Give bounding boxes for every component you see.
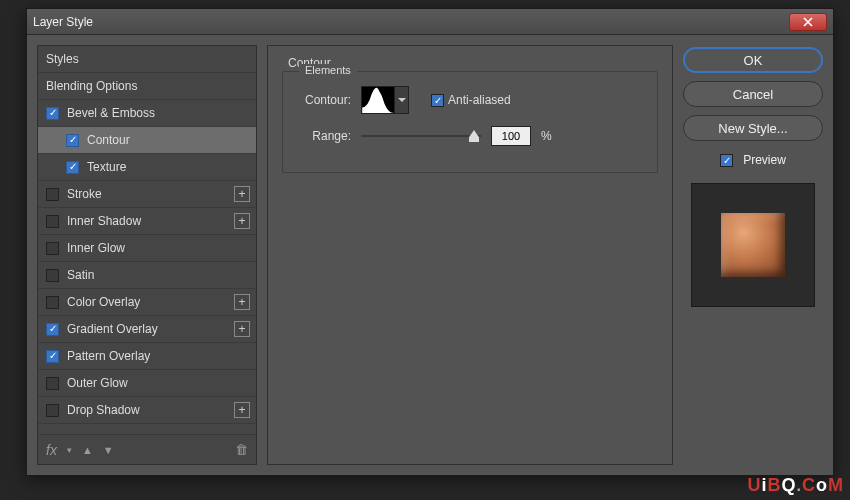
slider-track bbox=[361, 135, 481, 137]
style-row-satin[interactable]: Satin bbox=[38, 262, 256, 289]
range-label: Range: bbox=[295, 129, 351, 143]
anti-aliased-group[interactable]: Anti-aliased bbox=[431, 93, 511, 107]
add-effect-button[interactable]: + bbox=[234, 402, 250, 418]
style-label: Satin bbox=[67, 268, 94, 282]
style-checkbox[interactable] bbox=[46, 242, 59, 255]
style-row-pattern-overlay[interactable]: Pattern Overlay bbox=[38, 343, 256, 370]
new-style-button[interactable]: New Style... bbox=[683, 115, 823, 141]
preview-label: Preview bbox=[743, 153, 786, 167]
styles-panel: StylesBlending OptionsBevel & EmbossCont… bbox=[37, 45, 257, 465]
layer-style-dialog: Layer Style StylesBlending OptionsBevel … bbox=[26, 8, 834, 476]
style-checkbox[interactable] bbox=[46, 269, 59, 282]
style-checkbox[interactable] bbox=[46, 350, 59, 363]
style-label: Styles bbox=[46, 52, 79, 66]
contour-curve-icon bbox=[362, 87, 394, 113]
move-down-icon[interactable]: ▼ bbox=[103, 444, 114, 456]
style-row-outer-glow[interactable]: Outer Glow bbox=[38, 370, 256, 397]
style-row-drop-shadow[interactable]: Drop Shadow+ bbox=[38, 397, 256, 424]
style-label: Outer Glow bbox=[67, 376, 128, 390]
style-row-texture[interactable]: Texture bbox=[38, 154, 256, 181]
window-title: Layer Style bbox=[33, 15, 789, 29]
style-checkbox[interactable] bbox=[46, 404, 59, 417]
style-label: Drop Shadow bbox=[67, 403, 140, 417]
style-label: Inner Glow bbox=[67, 241, 125, 255]
add-effect-button[interactable]: + bbox=[234, 186, 250, 202]
close-icon bbox=[803, 17, 813, 27]
cancel-button[interactable]: Cancel bbox=[683, 81, 823, 107]
contour-label: Contour: bbox=[295, 93, 351, 107]
trash-icon[interactable]: 🗑 bbox=[235, 442, 248, 457]
fx-dropdown-icon[interactable]: ▾ bbox=[67, 445, 72, 455]
style-label: Texture bbox=[87, 160, 126, 174]
style-checkbox[interactable] bbox=[46, 323, 59, 336]
preview-box bbox=[691, 183, 815, 307]
style-label: Inner Shadow bbox=[67, 214, 141, 228]
elements-fieldset: Elements Contour: Anti-aliased bbox=[282, 71, 658, 173]
titlebar[interactable]: Layer Style bbox=[27, 9, 833, 35]
style-row-stroke[interactable]: Stroke+ bbox=[38, 181, 256, 208]
style-label: Contour bbox=[87, 133, 130, 147]
add-effect-button[interactable]: + bbox=[234, 321, 250, 337]
dialog-body: StylesBlending OptionsBevel & EmbossCont… bbox=[27, 35, 833, 475]
style-checkbox[interactable] bbox=[46, 377, 59, 390]
style-row-inner-glow[interactable]: Inner Glow bbox=[38, 235, 256, 262]
settings-panel: Contour Elements Contour: bbox=[267, 45, 673, 465]
style-checkbox[interactable] bbox=[46, 215, 59, 228]
range-row: Range: % bbox=[295, 126, 645, 146]
style-checkbox[interactable] bbox=[46, 296, 59, 309]
add-effect-button[interactable]: + bbox=[234, 213, 250, 229]
style-row-blending-options[interactable]: Blending Options bbox=[38, 73, 256, 100]
style-checkbox[interactable] bbox=[46, 107, 59, 120]
style-row-contour[interactable]: Contour bbox=[38, 127, 256, 154]
styles-list: StylesBlending OptionsBevel & EmbossCont… bbox=[38, 46, 256, 434]
add-effect-button[interactable]: + bbox=[234, 294, 250, 310]
style-row-styles[interactable]: Styles bbox=[38, 46, 256, 73]
style-checkbox[interactable] bbox=[66, 134, 79, 147]
style-row-inner-shadow[interactable]: Inner Shadow+ bbox=[38, 208, 256, 235]
style-row-bevel-emboss[interactable]: Bevel & Emboss bbox=[38, 100, 256, 127]
preview-toggle[interactable]: Preview bbox=[683, 153, 823, 167]
fx-icon[interactable]: fx bbox=[46, 442, 57, 458]
style-label: Gradient Overlay bbox=[67, 322, 158, 336]
style-row-color-overlay[interactable]: Color Overlay+ bbox=[38, 289, 256, 316]
range-unit: % bbox=[541, 129, 552, 143]
style-label: Stroke bbox=[67, 187, 102, 201]
action-panel: OK Cancel New Style... Preview bbox=[683, 45, 823, 465]
preview-sample bbox=[721, 213, 785, 277]
watermark: UiBQ.CoM bbox=[748, 475, 844, 496]
style-label: Bevel & Emboss bbox=[67, 106, 155, 120]
preview-checkbox[interactable] bbox=[720, 154, 733, 167]
move-up-icon[interactable]: ▲ bbox=[82, 444, 93, 456]
styles-footer: fx ▾ ▲ ▼ 🗑 bbox=[38, 434, 256, 464]
contour-row: Contour: Anti-aliased bbox=[295, 86, 645, 114]
close-button[interactable] bbox=[789, 13, 827, 31]
contour-dropdown[interactable] bbox=[395, 86, 409, 114]
slider-thumb[interactable] bbox=[469, 130, 479, 142]
anti-aliased-checkbox[interactable] bbox=[431, 94, 444, 107]
range-slider[interactable] bbox=[361, 129, 481, 143]
style-label: Color Overlay bbox=[67, 295, 140, 309]
anti-aliased-label: Anti-aliased bbox=[448, 93, 511, 107]
ok-button[interactable]: OK bbox=[683, 47, 823, 73]
range-input[interactable] bbox=[491, 126, 531, 146]
style-checkbox[interactable] bbox=[46, 188, 59, 201]
fieldset-legend: Elements bbox=[299, 64, 357, 76]
style-checkbox[interactable] bbox=[66, 161, 79, 174]
style-label: Blending Options bbox=[46, 79, 137, 93]
style-row-gradient-overlay[interactable]: Gradient Overlay+ bbox=[38, 316, 256, 343]
contour-picker[interactable] bbox=[361, 86, 395, 114]
style-label: Pattern Overlay bbox=[67, 349, 150, 363]
